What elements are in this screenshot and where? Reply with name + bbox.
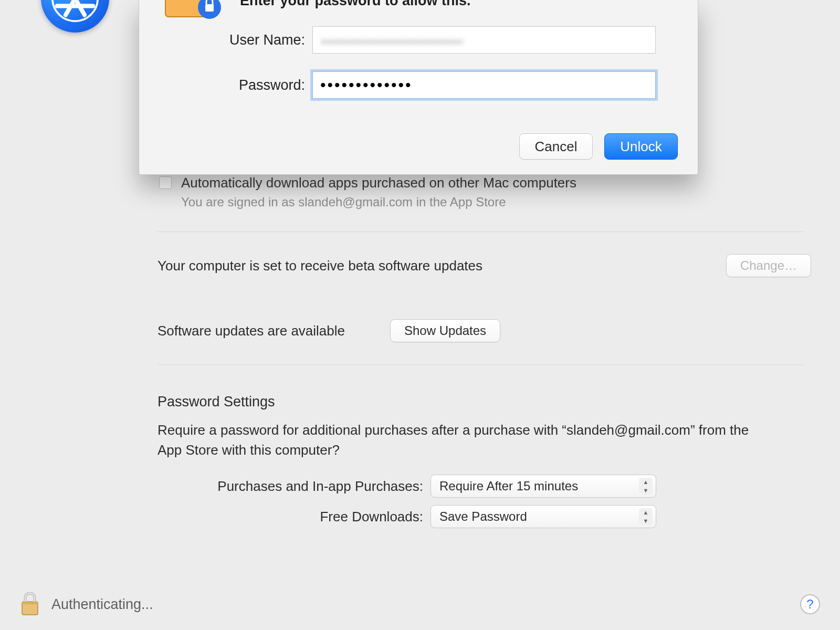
signed-in-text: You are signed in as slandeh@gmail.com i… (181, 195, 576, 209)
beta-updates-row: Your computer is set to receive beta sof… (158, 254, 811, 277)
username-input[interactable] (312, 26, 656, 54)
free-downloads-value: Save Password (439, 509, 527, 524)
unlock-button[interactable]: Unlock (604, 133, 678, 160)
purchases-popup[interactable]: Require After 15 minutes ▲▼ (430, 475, 656, 498)
lock-status-text: Authenticating... (51, 596, 153, 613)
divider (158, 364, 803, 365)
divider (158, 232, 803, 232)
chevron-updown-icon: ▲▼ (639, 508, 653, 525)
free-downloads-row: Free Downloads: Save Password ▲▼ (158, 505, 811, 528)
software-updates-row: Software updates are available Show Upda… (158, 319, 811, 342)
beta-updates-text: Your computer is set to receive beta sof… (158, 258, 482, 274)
purchases-label: Purchases and In-app Purchases: (158, 478, 430, 495)
help-button[interactable]: ? (800, 594, 820, 614)
username-row: User Name: (139, 26, 698, 54)
password-row: Password: (139, 71, 698, 99)
dialog-buttons: Cancel Unlock (519, 133, 678, 160)
app-store-preferences-window: Automatically download apps purchased on… (0, 0, 840, 630)
svg-rect-9 (22, 602, 38, 604)
free-downloads-label: Free Downloads: (158, 509, 430, 525)
show-updates-button[interactable]: Show Updates (390, 319, 500, 342)
cancel-button[interactable]: Cancel (519, 133, 593, 160)
chevron-updown-icon: ▲▼ (639, 478, 653, 495)
free-downloads-popup[interactable]: Save Password ▲▼ (430, 505, 656, 528)
password-settings-description: Require a password for additional purcha… (158, 421, 774, 460)
system-folder-lock-icon (164, 0, 222, 20)
auto-download-label: Automatically download apps purchased on… (181, 175, 576, 191)
auth-dialog: Enter your password to allow this. User … (139, 0, 698, 175)
username-label: User Name: (139, 32, 312, 48)
auth-prompt: Enter your password to allow this. (240, 0, 471, 9)
password-label: Password: (139, 77, 312, 93)
purchases-row: Purchases and In-app Purchases: Require … (158, 475, 811, 498)
password-input[interactable] (312, 71, 656, 99)
purchases-value: Require After 15 minutes (439, 479, 578, 494)
window-footer: Authenticating... ? (0, 592, 840, 616)
auto-download-checkbox[interactable] (159, 176, 172, 189)
auto-download-row: Automatically download apps purchased on… (159, 175, 811, 209)
lock-icon[interactable] (20, 592, 40, 616)
svg-rect-7 (205, 4, 214, 12)
change-button[interactable]: Change… (726, 254, 811, 277)
updates-available-text: Software updates are available (158, 323, 345, 339)
password-settings-heading: Password Settings (158, 394, 811, 410)
